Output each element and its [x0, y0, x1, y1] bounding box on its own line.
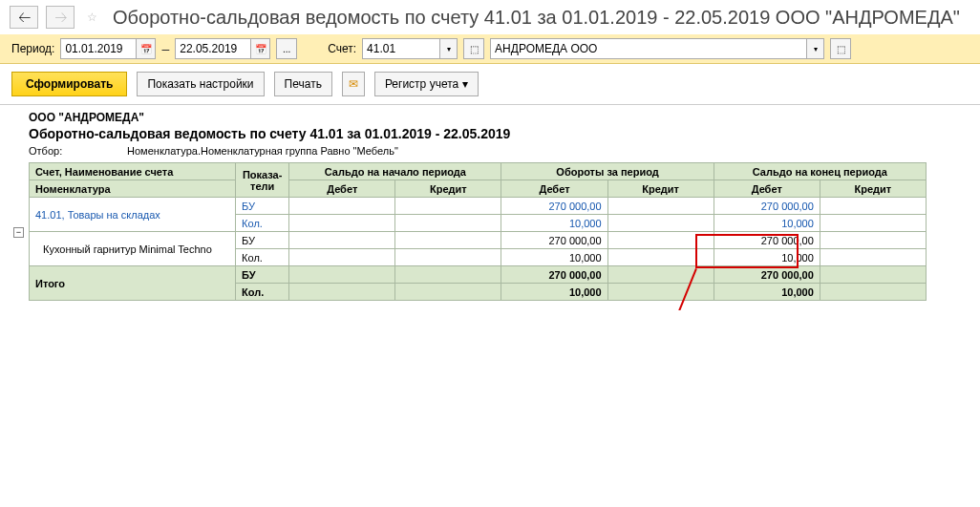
total-row: Итого БУ 270 000,00 270 000,00	[30, 266, 927, 284]
selection-value: Номенклатура.Номенклатурная группа Равно…	[127, 145, 398, 157]
back-button[interactable]: 🡠	[10, 6, 38, 29]
star-icon[interactable]: ☆	[82, 8, 101, 27]
report-title: Оборотно-сальдовая ведомость по счету 41…	[29, 126, 951, 141]
calendar-icon[interactable]: 📅	[136, 39, 155, 58]
table-row[interactable]: Кухонный гарнитур Minimal Techno БУ 270 …	[30, 232, 927, 249]
org-input[interactable]	[490, 38, 824, 59]
register-button[interactable]: Регистр учета ▾	[374, 72, 479, 96]
page-title: Оборотно-сальдовая ведомость по счету 41…	[113, 7, 960, 29]
chevron-down-icon[interactable]: ▾	[439, 39, 457, 58]
calendar-icon[interactable]: 📅	[250, 39, 269, 58]
envelope-icon[interactable]: ✉	[342, 72, 365, 96]
collapse-button[interactable]: −	[13, 227, 24, 238]
generate-button[interactable]: Сформировать	[11, 72, 127, 96]
col-nomen: Номенклатура	[30, 180, 236, 198]
col-indicators: Показа- тели	[236, 163, 289, 198]
account-open-button[interactable]: ⬚	[463, 38, 484, 59]
period-more-button[interactable]: ...	[276, 38, 297, 59]
print-button[interactable]: Печать	[274, 72, 332, 96]
report-grid: Счет, Наименование счета Показа- тели Са…	[29, 162, 927, 301]
col-turn: Обороты за период	[501, 163, 714, 180]
col-start: Сальдо на начало периода	[289, 163, 501, 180]
org-name: ООО "АНДРОМЕДА"	[29, 111, 951, 124]
org-open-button[interactable]: ⬚	[830, 38, 851, 59]
table-row[interactable]: 41.01, Товары на складах БУ 270 000,00 2…	[30, 198, 927, 215]
show-settings-button[interactable]: Показать настройки	[137, 72, 264, 96]
col-end: Сальдо на конец периода	[714, 163, 926, 180]
account-label: Счет:	[328, 42, 356, 55]
chevron-down-icon[interactable]: ▾	[806, 39, 823, 58]
col-account: Счет, Наименование счета	[30, 163, 236, 180]
selection-label: Отбор:	[29, 145, 124, 157]
dash-sep: –	[161, 41, 169, 56]
forward-button[interactable]: 🡢	[46, 6, 75, 29]
period-label: Период:	[11, 42, 54, 55]
